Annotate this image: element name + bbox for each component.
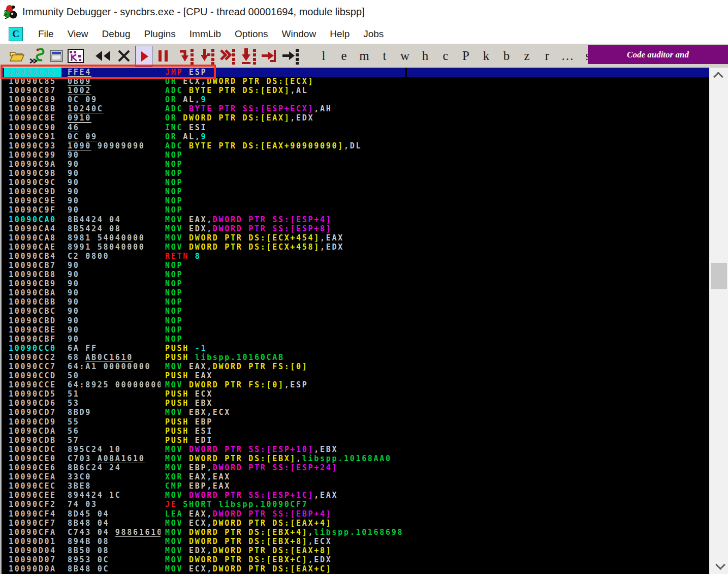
disassembly-row[interactable]: 10090CDB57PUSH EDI — [2, 436, 709, 445]
menu-item-file[interactable]: File — [38, 28, 54, 40]
disassembly-row[interactable]: 10090C890C 09OR AL,9 — [2, 95, 709, 104]
disassembly-row[interactable]: 10090CDA56PUSH ESI — [2, 427, 709, 436]
vertical-scrollbar[interactable] — [710, 68, 728, 574]
cpu-window-button[interactable] — [67, 46, 85, 66]
disassembly-row[interactable]: 10090CA48B5424 08MOV EDX,DWORD PTR SS:[E… — [2, 224, 709, 233]
disassembly-row[interactable]: 10090CCE64:8925 00000000MOV DWORD PTR FS… — [2, 380, 709, 389]
disassembly-row[interactable]: 10090CE68B6C24 24MOV EBP,DWORD PTR SS:[E… — [2, 463, 709, 472]
open-file-button[interactable] — [8, 46, 25, 66]
disassembly-row[interactable]: 10090CE0C703 A08A1610MOV DWORD PTR DS:[E… — [2, 454, 709, 463]
disassembly-row[interactable]: 10090CFAC743 04 98861610MOV DWORD PTR DS… — [2, 528, 709, 537]
disassembly-row[interactable]: 10090CC764:A1 00000000MOV EAX,DWORD PTR … — [2, 362, 709, 371]
disassembly-row[interactable]: 10090CF274 03JE SHORT libspp.10090CF7 — [2, 500, 709, 509]
scroll-up-button[interactable] — [710, 68, 728, 84]
disassembly-row[interactable]: 10090C931090 90909090ADC BYTE PTR DS:[EA… — [2, 141, 709, 150]
disassembly-row[interactable]: 10090CC06A FFPUSH -1 — [2, 344, 709, 353]
run-to-user-code-button[interactable] — [281, 46, 299, 66]
pause-button[interactable] — [155, 46, 171, 66]
close-button[interactable] — [116, 46, 132, 66]
animate-over-icon — [240, 47, 257, 65]
letter-button-P[interactable]: P — [458, 46, 473, 66]
disassembly-row[interactable]: 10090C9A90NOP — [2, 160, 709, 169]
cpu-child-window-icon[interactable]: C — [9, 27, 23, 41]
disassembly-row[interactable]: 10090CAE8991 58040000MOV DWORD PTR DS:[E… — [2, 243, 709, 252]
disassembly-row[interactable]: 10090CA88981 54040000MOV DWORD PTR DS:[E… — [2, 233, 709, 243]
letter-button-ellipsis[interactable]: … — [560, 46, 575, 66]
menu-item-options[interactable]: Options — [235, 28, 268, 40]
menu-item-jobs[interactable]: Jobs — [363, 28, 384, 40]
menu-item-immlib[interactable]: ImmLib — [189, 28, 221, 40]
letter-button-l[interactable]: l — [316, 46, 331, 66]
disassembly-row[interactable]: 10090C8B10240CADC BYTE PTR SS:[ESP+ECX],… — [2, 104, 709, 113]
disassembly-row[interactable]: 10090CD955PUSH EBP — [2, 417, 709, 427]
disassembly-row[interactable]: 10090CBE90NOP — [2, 325, 709, 335]
disassembly-row[interactable]: 10090C9B90NOP — [2, 169, 709, 178]
disassembly-row[interactable]: 10090CF48D45 04LEA EAX,DWORD PTR SS:[EBP… — [2, 509, 709, 519]
windows-list-button[interactable] — [49, 46, 64, 66]
disassembly-row[interactable]: 10090CB890NOP — [2, 270, 709, 279]
execute-till-return-button[interactable] — [260, 46, 278, 66]
disassembly-row[interactable]: 10090D078953 0CMOV DWORD PTR DS:[EBX+C],… — [2, 555, 709, 564]
animate-into-button[interactable] — [218, 46, 237, 66]
menu-item-help[interactable]: Help — [330, 28, 350, 40]
disassembly-row[interactable]: 10090CB790NOP — [2, 261, 709, 270]
disassembly-row[interactable]: 10090CEC3BE8CMP EBP,EAX — [2, 481, 709, 491]
letter-button-r[interactable]: r — [540, 46, 555, 66]
disassembly-row[interactable]: 10090C9F90NOP — [2, 205, 709, 215]
disassembly-row[interactable]: 10090CBF90NOP — [2, 335, 709, 344]
disassembly-row[interactable]: 10090C8E0910OR DWORD PTR DS:[EAX],EDX — [2, 113, 709, 123]
disassembly-row[interactable]: 10090D0A8B48 0CMOV ECX,DWORD PTR DS:[EAX… — [2, 564, 709, 573]
menu-item-window[interactable]: Window — [282, 28, 316, 40]
run-button[interactable] — [135, 46, 152, 67]
step-back-button[interactable] — [94, 46, 112, 66]
hex-dump-cell: 0C 09 — [68, 95, 161, 104]
plugin-banner[interactable]: Code auditor and — [588, 45, 728, 64]
scroll-down-button[interactable] — [710, 558, 728, 574]
disassembly-row[interactable]: 10090CF78B48 04MOV ECX,DWORD PTR DS:[EAX… — [2, 519, 709, 528]
instruction-cell: MOV DWORD PTR DS:[EBX+8],ECX — [165, 537, 404, 546]
letter-button-m[interactable]: m — [357, 46, 372, 66]
instruction-cell: MOV DWORD PTR DS:[EBX+4],libspp.10168698 — [165, 528, 404, 537]
disassembly-row[interactable]: 10090CB990NOP — [2, 279, 709, 288]
animate-over-button[interactable] — [239, 46, 258, 66]
disassembly-row[interactable]: 10090D01894B 08MOV DWORD PTR DS:[EBX+8],… — [2, 537, 709, 546]
disassembly-row[interactable]: 10090C910C 09OR AL,9 — [2, 132, 709, 141]
letter-button-h[interactable]: h — [418, 46, 433, 66]
restart-button[interactable] — [27, 46, 47, 66]
disassembly-row[interactable]: 10090C9E90NOP — [2, 196, 709, 205]
disassembly-row[interactable]: 10090CD653PUSH EBX — [2, 399, 709, 408]
disassembly-row[interactable]: 10090CB4C2 0800RETN 8 — [2, 252, 709, 261]
menu-item-view[interactable]: View — [68, 28, 88, 40]
disassembly-row[interactable]: 10090C9C90NOP — [2, 178, 709, 187]
hex-dump-cell: 1090 90909090 — [68, 141, 161, 150]
disassembly-row[interactable]: 10090CBD90NOP — [2, 316, 709, 325]
letter-button-z[interactable]: z — [519, 46, 534, 66]
letter-button-b[interactable]: b — [499, 46, 514, 66]
disassembly-row[interactable]: 10090CBA90NOP — [2, 288, 709, 297]
disassembly-row[interactable]: 10090CCD50PUSH EAX — [2, 371, 709, 380]
scrollbar-thumb[interactable] — [711, 263, 727, 289]
disassembly-row[interactable]: 10090C9990NOP — [2, 150, 709, 160]
disassembly-row[interactable]: 10090CEE894424 1CMOV DWORD PTR SS:[ESP+1… — [2, 491, 709, 500]
step-into-button[interactable] — [177, 46, 195, 66]
step-over-button[interactable] — [198, 46, 216, 66]
letter-button-c[interactable]: c — [438, 46, 453, 66]
disassembly-row[interactable]: 10090CEA33C0XOR EAX,EAX — [2, 472, 709, 481]
disassembly-row[interactable]: 10090C9D90NOP — [2, 187, 709, 196]
disassembly-row[interactable]: 10090CC268 AB0C1610PUSH libspp.10160CAB — [2, 353, 709, 362]
disassembly-row[interactable]: 10090C9046INC ESI — [2, 123, 709, 132]
disassembly-row[interactable]: 10090CD551PUSH ECX — [2, 389, 709, 399]
letter-button-k[interactable]: k — [479, 46, 494, 66]
disassembly-row[interactable]: 10090C871002ADC BYTE PTR DS:[EDX],AL — [2, 86, 709, 95]
disassembly-row[interactable]: 10090CD78BD9MOV EBX,ECX — [2, 408, 709, 417]
disassembly-row[interactable]: 10090D048B50 08MOV EDX,DWORD PTR DS:[EAX… — [2, 546, 709, 555]
menu-item-debug[interactable]: Debug — [102, 28, 130, 40]
disassembly-row[interactable]: 10090CA08B4424 04MOV EAX,DWORD PTR SS:[E… — [2, 215, 709, 224]
disassembly-row[interactable]: 10090CBC90NOP — [2, 307, 709, 316]
letter-button-t[interactable]: t — [377, 46, 392, 66]
menu-item-plugins[interactable]: Plugins — [144, 28, 175, 40]
disassembly-row[interactable]: 10090CBB90NOP — [2, 297, 709, 307]
disassembly-row[interactable]: 10090CDC895C24 10MOV DWORD PTR SS:[ESP+1… — [2, 445, 709, 454]
letter-button-e[interactable]: e — [336, 46, 352, 66]
letter-button-w[interactable]: w — [397, 46, 413, 66]
